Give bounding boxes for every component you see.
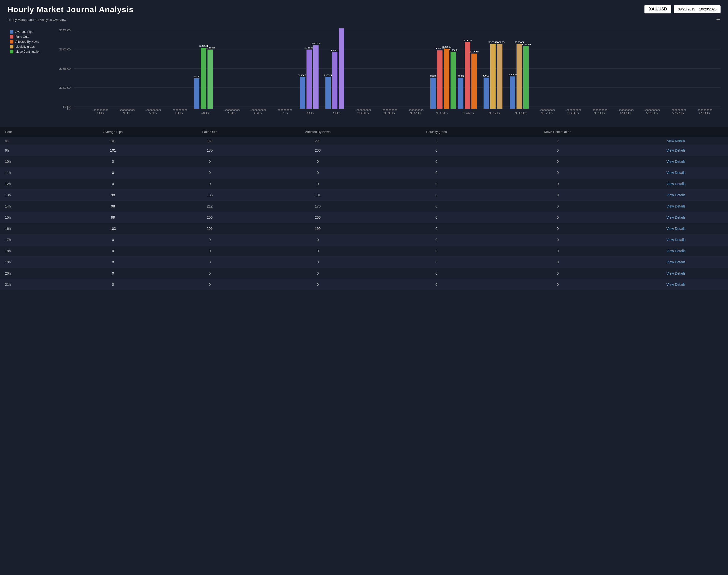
- bar-16h-cont: [524, 46, 529, 109]
- svg-text:6h: 6h: [254, 111, 262, 115]
- cell-liq: 0: [381, 268, 492, 279]
- cell-hour: 21h: [0, 279, 61, 290]
- cell-action[interactable]: View Details: [624, 178, 728, 190]
- cell-cont: 0: [492, 167, 624, 178]
- cell-action[interactable]: View Details: [624, 190, 728, 201]
- cell-action[interactable]: View Details: [624, 279, 728, 290]
- svg-text:.00000: .00000: [696, 109, 713, 111]
- cell-action[interactable]: View Details: [624, 156, 728, 167]
- svg-text:4h: 4h: [201, 111, 210, 115]
- table-row: 10h 0 0 0 0 0 View Details: [0, 156, 728, 167]
- cell-action[interactable]: View Details: [624, 257, 728, 268]
- svg-text:100: 100: [58, 86, 71, 89]
- chart-legend: Average Pips Fake Outs Affected By News …: [10, 30, 40, 54]
- cell-fake: 0: [165, 178, 254, 190]
- cell-hour: 10h: [0, 156, 61, 167]
- legend-label-fake: Fake Outs: [15, 35, 29, 38]
- cell-news: 0: [254, 234, 381, 245]
- svg-text:20h: 20h: [619, 111, 632, 115]
- svg-text:191: 191: [442, 45, 452, 48]
- cell-cont: 0: [492, 156, 624, 167]
- svg-text:1h: 1h: [123, 111, 131, 115]
- svg-text:256: 256: [337, 28, 347, 28]
- cell-action[interactable]: View Details: [624, 167, 728, 178]
- bar-9h-avg: [325, 77, 331, 109]
- table-row: 20h 0 0 0 0 0 View Details: [0, 268, 728, 279]
- cell-fake: 0: [165, 245, 254, 257]
- cell-action[interactable]: View Details: [624, 145, 728, 156]
- svg-text:97: 97: [193, 75, 200, 78]
- cell-news: 199: [254, 223, 381, 234]
- svg-text:99: 99: [483, 74, 489, 77]
- svg-text:.00000: .00000: [539, 109, 555, 111]
- cell-action[interactable]: View Details: [624, 234, 728, 245]
- table-row-partial: 8h 101 188 202 0 0 View Details: [0, 137, 728, 145]
- cell-cont: 0: [492, 257, 624, 268]
- cell-action[interactable]: View Details: [624, 223, 728, 234]
- header: Hourly Market Journal Analysis XAU/USD 0…: [0, 0, 728, 16]
- svg-text:3h: 3h: [175, 111, 183, 115]
- legend-label-cont: Move Continuation: [15, 50, 40, 54]
- cell-hour: 8h: [0, 137, 61, 145]
- table-row: 11h 0 0 0 0 0 View Details: [0, 167, 728, 178]
- legend-color-cont: [10, 50, 13, 54]
- svg-text:98: 98: [457, 74, 464, 77]
- cell-news: 0: [254, 257, 381, 268]
- cell-avg: 0: [61, 257, 165, 268]
- page-title: Hourly Market Journal Analysis: [7, 5, 133, 14]
- bar-4h-cont: [201, 48, 206, 109]
- bar-4h-avg: [194, 78, 199, 109]
- svg-text:19h: 19h: [593, 111, 606, 115]
- subtitle-text: Hourly Market Journal Analysis Overview: [7, 18, 66, 22]
- cell-hour: 13h: [0, 190, 61, 201]
- cell-news: 0: [254, 167, 381, 178]
- table-row: 18h 0 0 0 0 0 View Details: [0, 245, 728, 257]
- cell-action[interactable]: View Details: [624, 137, 728, 145]
- cell-liq: 0: [381, 245, 492, 257]
- svg-text:98: 98: [430, 74, 436, 77]
- cell-news: 0: [254, 245, 381, 257]
- cell-hour: 9h: [0, 145, 61, 156]
- svg-text:.00000: .00000: [224, 109, 240, 111]
- cell-cont: 0: [492, 201, 624, 212]
- cell-hour: 20h: [0, 268, 61, 279]
- svg-text:.00000: .00000: [171, 109, 187, 111]
- legend-color-fake: [10, 35, 13, 38]
- svg-text:101: 101: [323, 74, 333, 76]
- cell-fake: 0: [165, 167, 254, 178]
- cell-fake: 206: [165, 212, 254, 223]
- bar-16h-avg: [510, 76, 515, 109]
- svg-text:188: 188: [205, 46, 215, 49]
- table-row: 16h 103 206 199 0 0 View Details: [0, 223, 728, 234]
- bar-8h-avg: [300, 77, 305, 109]
- svg-text:11h: 11h: [383, 111, 395, 115]
- cell-action[interactable]: View Details: [624, 212, 728, 223]
- legend-label-avg: Average Pips: [15, 30, 33, 34]
- subtitle-bar: Hourly Market Journal Analysis Overview …: [0, 16, 728, 25]
- chart-area: 250 200 150 100 50 0 0h 1h 2h 3h 4h 97: [47, 28, 721, 125]
- svg-text:188: 188: [304, 46, 314, 49]
- cell-action[interactable]: View Details: [624, 245, 728, 257]
- cell-hour: 14h: [0, 201, 61, 212]
- cell-action[interactable]: View Details: [624, 201, 728, 212]
- legend-fake-outs: Fake Outs: [10, 35, 40, 38]
- table-row: 12h 0 0 0 0 0 View Details: [0, 178, 728, 190]
- cell-cont: 0: [492, 234, 624, 245]
- cell-news: 0: [254, 156, 381, 167]
- svg-text:7h: 7h: [280, 111, 288, 115]
- legend-label-news: Affected By News: [15, 40, 39, 43]
- cell-action[interactable]: View Details: [624, 268, 728, 279]
- svg-text:.00000: .00000: [118, 109, 135, 111]
- svg-text:150: 150: [58, 67, 71, 70]
- cell-avg: 101: [61, 137, 165, 145]
- menu-icon[interactable]: ☰: [716, 16, 721, 23]
- cell-hour: 16h: [0, 223, 61, 234]
- cell-fake: 180: [165, 145, 254, 156]
- svg-text:250: 250: [58, 29, 71, 32]
- cell-avg: 0: [61, 156, 165, 167]
- ticker-selector[interactable]: XAU/USD: [644, 5, 671, 13]
- bar-15h-avg: [484, 78, 489, 109]
- col-move-cont: Move Continuation: [492, 127, 624, 137]
- legend-color-news: [10, 40, 13, 43]
- bar-8h-fake: [307, 50, 312, 109]
